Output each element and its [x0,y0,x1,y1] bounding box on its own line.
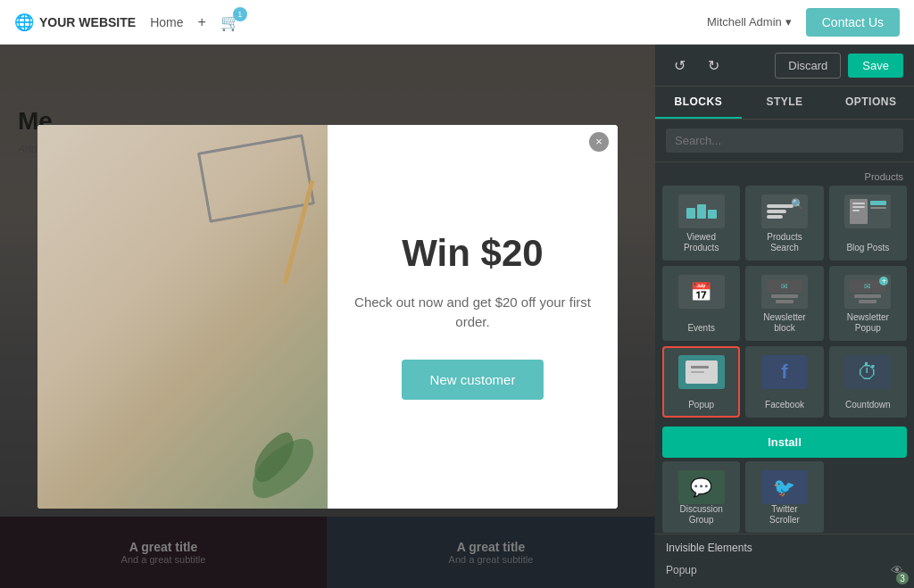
ribbon-decoration [197,134,315,223]
popup-image-side [37,125,328,509]
right-sidebar: ↺ ↻ Discard Save BLOCKS STYLE OPTIONS Pr… [655,45,914,588]
events-label: Events [687,323,715,334]
save-button[interactable]: Save [848,54,903,78]
main-layout: Me Add... × Win $20 Check out [0,45,914,588]
newsletter-popup-icon: ✉ + [844,275,891,309]
blocks-row-3: Popup f + Facebook ⏱ 3 Countdown [662,346,907,418]
popup-background-image [37,125,328,509]
twitter-scroller-label: TwitterScroller [769,504,800,526]
block-popup[interactable]: Popup [662,346,740,418]
viewed-products-icon [678,195,725,228]
facebook-label: Facebook [765,400,804,410]
popup-close-button[interactable]: × [589,132,609,152]
events-icon: 📅 [678,275,725,309]
products-search-icon: 🔍 [761,195,808,228]
countdown-label: Countdown [845,400,891,410]
discussion-group-icon: 💬 [678,470,725,504]
invisible-elements-section: Invisible Elements Popup 👁 [655,534,914,588]
popup-overlay: × Win $20 Check out now and get $20 off … [0,45,655,588]
contact-us-button[interactable]: Contact Us [806,8,900,37]
nav-user-name: Mitchell Admin [707,15,782,29]
block-newsletter-popup[interactable]: ✉ + NewsletterPopup [829,266,907,341]
blocks-row-2: 📅 Events ✉ Newsletterblock [662,266,907,341]
nav-cart[interactable]: 🛒 1 [220,12,240,32]
block-newsletter-block[interactable]: ✉ Newsletterblock [745,266,823,341]
popup-icon [678,355,725,389]
undo-button[interactable]: ↺ [666,52,693,79]
block-twitter-scroller[interactable]: 🐦 TwitterScroller [745,461,823,533]
nav-home-link[interactable]: Home [150,15,183,29]
newsletter-block-icon: ✉ [761,275,808,309]
block-facebook[interactable]: f + Facebook [745,346,823,418]
block-viewed-products[interactable]: ViewedProducts [662,186,740,261]
blog-posts-label: Blog Posts [846,243,889,253]
block-countdown[interactable]: ⏱ 3 Countdown [829,346,907,418]
twitter-scroller-icon: 🐦 [761,470,808,504]
new-customer-button[interactable]: New customer [402,360,544,400]
nav-add-icon[interactable]: + [197,14,205,30]
newsletter-popup-label: NewsletterPopup [847,312,889,334]
logo-text: YOUR WEBSITE [39,15,136,29]
blocks-search-input[interactable] [666,128,903,153]
newsletter-block-label: Newsletterblock [763,312,805,334]
sidebar-tabs: BLOCKS STYLE OPTIONS [655,87,914,120]
redo-button[interactable]: ↻ [700,52,727,79]
sidebar-search-area [655,120,914,162]
invisible-popup-name: Popup [666,564,697,576]
popup-description: Check out now and get $20 off your first… [354,293,591,333]
nav-user-menu[interactable]: Mitchell Admin ▾ [707,15,792,29]
products-search-label: ProductsSearch [767,232,802,253]
install-button[interactable]: Install [662,427,907,458]
nav-logo[interactable]: 🌐 YOUR WEBSITE [14,12,136,32]
section-label-products: Products [662,170,907,186]
invisible-popup-item: Popup 👁 [666,559,903,581]
countdown-icon: ⏱ 3 [844,355,891,389]
blocks-row-1: ViewedProducts 🔍 ProductsSearch [662,186,907,261]
tab-options[interactable]: OPTIONS [827,87,914,119]
block-discussion-group[interactable]: 💬 DiscussionGroup [662,461,740,533]
invisible-header: Invisible Elements [666,542,903,554]
cart-badge: 1 [233,7,247,21]
invisible-elements-label: Invisible Elements [666,542,752,554]
popup-win-title: Win $20 [402,233,543,274]
popup-label: Popup [688,400,714,410]
popup-content-side: Win $20 Check out now and get $20 off yo… [328,125,618,509]
blog-posts-icon [844,195,891,228]
top-nav: 🌐 YOUR WEBSITE Home + 🛒 1 Mitchell Admin… [0,0,914,45]
block-events[interactable]: 📅 Events [662,266,740,341]
blocks-row-4: 💬 DiscussionGroup 🐦 TwitterScroller [662,461,907,533]
viewed-products-label: ViewedProducts [684,232,719,253]
popup-modal: × Win $20 Check out now and get $20 off … [37,125,618,509]
sidebar-topbar: ↺ ↻ Discard Save [655,45,914,87]
blocks-grid: Products ViewedProducts [655,162,914,534]
discussion-group-label: DiscussionGroup [679,504,722,526]
facebook-icon: f + [761,355,808,389]
discard-button[interactable]: Discard [775,53,841,79]
website-area: Me Add... × Win $20 Check out [0,45,655,588]
globe-icon: 🌐 [14,12,34,32]
tab-style[interactable]: STYLE [742,87,828,119]
tab-blocks[interactable]: BLOCKS [655,87,742,119]
block-products-search[interactable]: 🔍 ProductsSearch [745,186,823,261]
block-blog-posts[interactable]: Blog Posts [829,186,907,261]
nav-dropdown-icon: ▾ [785,15,792,29]
